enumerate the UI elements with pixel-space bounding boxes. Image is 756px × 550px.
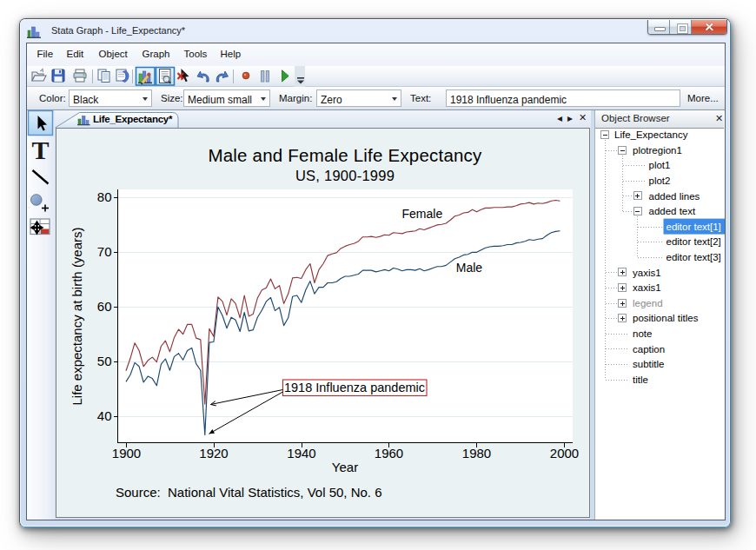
svg-text:editor text[1]: editor text[1] xyxy=(666,222,721,232)
svg-text:1960: 1960 xyxy=(375,446,403,461)
svg-text:title: title xyxy=(633,374,648,385)
svg-text:Source: National Vital Statis: Source: National Vital Statistics, Vol 5… xyxy=(116,485,382,500)
svg-text:yaxis1: yaxis1 xyxy=(633,268,661,278)
svg-text:2000: 2000 xyxy=(550,446,579,461)
svg-text:caption: caption xyxy=(633,344,665,355)
svg-text:editor text[3]: editor text[3] xyxy=(666,252,721,262)
svg-text:editor text[2]: editor text[2] xyxy=(666,236,721,247)
svg-text:added text: added text xyxy=(649,206,697,216)
svg-text:legend: legend xyxy=(633,298,663,308)
svg-text:Life_Expectancy: Life_Expectancy xyxy=(614,129,688,140)
svg-text:Male: Male xyxy=(456,261,483,275)
svg-text:Year: Year xyxy=(332,460,358,474)
svg-text:added lines: added lines xyxy=(649,191,700,202)
svg-text:80: 80 xyxy=(97,189,112,204)
svg-text:plot2: plot2 xyxy=(649,176,671,186)
svg-text:1900: 1900 xyxy=(112,446,141,461)
svg-text:70: 70 xyxy=(97,244,112,259)
svg-text:note: note xyxy=(633,328,652,339)
svg-text:Life expectancy at birth (year: Life expectancy at birth (years) xyxy=(70,227,84,405)
svg-text:Female: Female xyxy=(402,207,443,221)
svg-text:positional titles: positional titles xyxy=(633,313,699,323)
svg-text:plot1: plot1 xyxy=(649,160,671,170)
svg-text:subtitle: subtitle xyxy=(633,359,664,369)
svg-text:xaxis1: xaxis1 xyxy=(633,282,661,293)
svg-text:1980: 1980 xyxy=(462,446,491,461)
svg-text:1920: 1920 xyxy=(199,446,228,461)
svg-text:plotregion1: plotregion1 xyxy=(633,145,682,156)
svg-text:1918 Influenza pandemic: 1918 Influenza pandemic xyxy=(284,381,425,394)
svg-text:50: 50 xyxy=(97,354,112,368)
svg-text:T: T xyxy=(31,136,49,164)
svg-text:40: 40 xyxy=(97,408,112,423)
svg-text:1940: 1940 xyxy=(287,446,315,461)
svg-text:US, 1900-1999: US, 1900-1999 xyxy=(295,168,395,183)
svg-text:60: 60 xyxy=(97,299,112,314)
svg-text:Male and Female Life Expectanc: Male and Female Life Expectancy xyxy=(208,145,482,165)
